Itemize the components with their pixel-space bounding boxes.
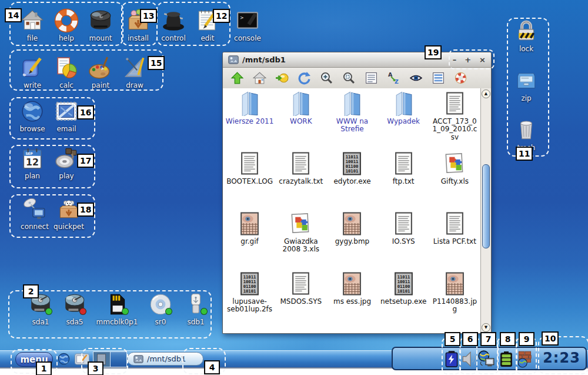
- clock[interactable]: 2:23: [539, 350, 584, 366]
- task-button[interactable]: /mnt/sdb1: [127, 352, 203, 366]
- tray-firewall-icon[interactable]: [516, 350, 534, 368]
- file-name: BOOTEX.LOG: [226, 178, 273, 185]
- image-file-icon: [341, 211, 363, 236]
- file-item[interactable]: 11011100110110010101edytor.exe: [326, 150, 377, 210]
- desktop-icon-connect[interactable]: connect: [18, 197, 52, 231]
- desktop-icon-help[interactable]: help: [49, 8, 83, 42]
- desktop-icon-console[interactable]: >console: [230, 8, 265, 42]
- file-item[interactable]: Gwiazdka 2008 3.xls: [275, 210, 326, 270]
- file-item[interactable]: gygy.bmp: [326, 210, 377, 270]
- desktop-icon-mmcblk0p1[interactable]: mmcblk0p1: [92, 292, 142, 326]
- file-manager-window: /mnt/sdb1 – + × AZ Wiersze 2011WORKWWW n…: [222, 52, 492, 334]
- desktop-icon-lock[interactable]: lock: [508, 19, 544, 53]
- network-globe-icon[interactable]: [57, 352, 71, 366]
- file-item[interactable]: Wiersze 2011: [224, 90, 275, 150]
- file-item[interactable]: ftp.txt: [378, 150, 429, 210]
- file-item[interactable]: P1140883.jpg: [429, 270, 480, 330]
- tray-volume-icon[interactable]: [461, 350, 477, 368]
- desktop-icon-label: edit: [201, 34, 214, 42]
- desktop-icon-calc[interactable]: calc: [49, 55, 83, 89]
- scroll-down-icon[interactable]: ▼: [482, 323, 490, 332]
- workspace-2[interactable]: [110, 352, 127, 367]
- vertical-scrollbar[interactable]: ▲ ▼: [480, 88, 491, 333]
- file-item[interactable]: Wypadek: [378, 90, 429, 150]
- folder-file-icon: [393, 91, 415, 116]
- desktop-icon-sdb1[interactable]: sdb1: [179, 292, 213, 326]
- toolbar-refresh-icon[interactable]: [298, 71, 311, 85]
- callout-1: 1: [36, 361, 52, 375]
- desktop-group-lock-zip-trash: lockziptrash: [508, 19, 544, 152]
- file-item[interactable]: MSDOS.SYS: [275, 270, 326, 330]
- toolbar-zoom-out-icon[interactable]: [342, 71, 356, 85]
- callout-10: 10: [542, 331, 559, 346]
- file-name: MSDOS.SYS: [280, 298, 322, 306]
- file-item[interactable]: ms ess.jpg: [326, 270, 377, 330]
- desktop-icon-label: install: [128, 34, 149, 42]
- desktop-icon-sda5[interactable]: sda5: [58, 292, 92, 326]
- binary-file-icon: 11011100110110010101: [393, 271, 415, 296]
- minimize-button[interactable]: –: [453, 54, 457, 66]
- callout-2: 2: [23, 284, 39, 298]
- window-titlebar[interactable]: /mnt/sdb1 – + ×: [223, 52, 491, 68]
- file-item[interactable]: 11011100110110010101lupusave-seb01lup.2f…: [224, 270, 275, 330]
- toolbar-up-icon[interactable]: [230, 71, 244, 85]
- toolbar-show-hidden-icon[interactable]: [409, 71, 423, 85]
- file-name: Gwiazdka 2008 3.xls: [277, 238, 325, 254]
- desktop-icon-plan[interactable]: SEP12plan: [15, 146, 49, 180]
- file-grid: Wiersze 2011WORKWWW na StrefieWypadekACC…: [224, 88, 480, 332]
- toolbar-help-icon[interactable]: [454, 71, 467, 85]
- tray-battery-icon[interactable]: [443, 350, 460, 368]
- callout-5: 5: [445, 332, 460, 346]
- desktop-icon-sr0[interactable]: sr0: [142, 292, 179, 326]
- file-item[interactable]: WORK: [275, 90, 326, 150]
- text-file-icon: [290, 151, 312, 176]
- tray-charge-level-icon[interactable]: [499, 350, 514, 368]
- desktop-group-console: >console: [230, 8, 265, 42]
- file-name: Wiersze 2011: [226, 118, 274, 125]
- desktop-icon-label: quickpet: [54, 223, 84, 231]
- desktop-icon-write[interactable]: write: [15, 55, 49, 89]
- file-item[interactable]: WWW na Strefie: [326, 90, 377, 150]
- write-pad-icon: [20, 55, 45, 80]
- svg-text:10101: 10101: [243, 288, 256, 294]
- scrollbar-thumb[interactable]: [482, 164, 490, 248]
- file-item[interactable]: IO.SYS: [378, 210, 429, 270]
- desktop-icon-label: control: [161, 34, 186, 42]
- calendar-icon: SEP12: [20, 146, 45, 171]
- desktop-icon-paint[interactable]: paint: [83, 55, 118, 89]
- toolbar-details-icon[interactable]: [432, 71, 445, 85]
- text-file-icon: [290, 271, 312, 296]
- desktop-icon-control[interactable]: control: [156, 8, 191, 42]
- file-item[interactable]: 11011100110110010101netsetup.exe: [378, 270, 429, 330]
- toolbar-zoom-in-icon[interactable]: [320, 71, 333, 85]
- file-item[interactable]: gr.gif: [224, 210, 275, 270]
- toolbar-sort-az-icon[interactable]: AZ: [387, 71, 400, 85]
- file-name: edytor.exe: [333, 178, 370, 185]
- close-button[interactable]: ×: [479, 54, 486, 66]
- file-item[interactable]: BOOTEX.LOG: [224, 150, 275, 210]
- window-toolbar: AZ: [223, 68, 491, 89]
- calc-pie-icon: [54, 55, 79, 80]
- file-item[interactable]: Lista PCF.txt: [429, 210, 480, 270]
- stamp-icon: [54, 99, 79, 124]
- usb-stick-icon: [183, 292, 208, 317]
- desktop-icon-mount[interactable]: mount: [83, 8, 118, 42]
- window-controls: – + ×: [453, 54, 486, 66]
- desktop-icon-draw[interactable]: draw: [118, 55, 152, 89]
- toolbar-go-icon[interactable]: [275, 71, 289, 85]
- file-name: Gifty.xls: [441, 178, 469, 185]
- file-item[interactable]: crazytalk.txt: [275, 150, 326, 210]
- callout-8: 8: [500, 332, 516, 346]
- toolbar-list-view-icon[interactable]: [365, 71, 378, 85]
- callout-6: 6: [462, 332, 478, 346]
- toolbar-home-icon[interactable]: [253, 71, 266, 85]
- cd-disc-icon: [148, 292, 173, 317]
- desktop-icon-zip[interactable]: zip: [508, 68, 544, 102]
- tray-network-icon[interactable]: [477, 350, 496, 368]
- maximize-button[interactable]: +: [465, 54, 471, 66]
- file-item[interactable]: Gifty.xls: [429, 150, 480, 210]
- scroll-up-icon[interactable]: ▲: [482, 89, 490, 98]
- file-item[interactable]: ACCT_173_01_09_2010.csv: [429, 90, 480, 150]
- svg-text:>: >: [240, 14, 243, 21]
- desktop-icon-browse[interactable]: browse: [15, 99, 49, 133]
